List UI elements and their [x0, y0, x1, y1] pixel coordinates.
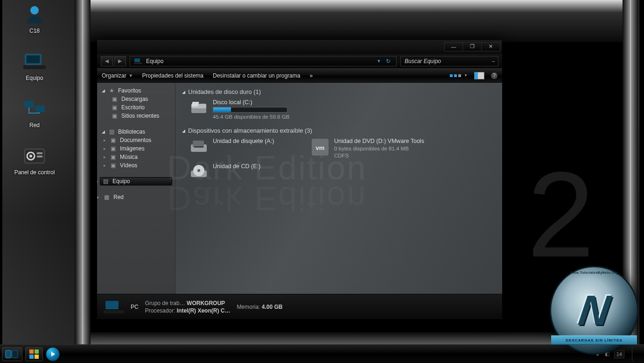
svg-rect-2 [27, 56, 40, 63]
svg-rect-30 [29, 355, 34, 359]
collapse-icon: ◢ [182, 90, 185, 94]
nav-libraries-header[interactable]: ◢▥Bibliotecas [99, 128, 173, 136]
folder-icon: ▣ [110, 104, 119, 111]
nav-item-label: Descargas [121, 96, 148, 102]
desktop-icon-computer[interactable]: Equipo [7, 50, 63, 81]
nav-item-videos[interactable]: ▸▣Vídeos [99, 161, 173, 170]
start-button[interactable] [25, 347, 43, 361]
bg-chrome-left [75, 0, 91, 344]
nav-favorites-header[interactable]: ◢★Favoritos [99, 86, 173, 95]
address-bar[interactable]: Equipo ▾ ↻ [130, 56, 397, 66]
nav-item-pictures[interactable]: ▸▣Imágenes [99, 144, 173, 153]
nav-group-label: Favoritos [118, 87, 141, 94]
nav-item-label: Equipo [112, 178, 130, 185]
drive-name: Unidad de disquete (A:) [213, 138, 274, 144]
nav-item-documents[interactable]: ▸▣Documentos [99, 136, 173, 144]
window-close-button[interactable]: ✕ [482, 42, 500, 51]
search-input[interactable]: Buscar Equipo ···· [400, 56, 498, 66]
close-icon: ✕ [489, 43, 493, 50]
cd-drive-icon [189, 163, 208, 182]
details-computer-name: PC [131, 304, 139, 310]
expand-icon: ▸ [97, 179, 98, 184]
expand-icon: ▸ [104, 155, 106, 159]
drive-floppy-a[interactable]: Unidad de disquete (A:) [189, 138, 292, 158]
window-minimize-button[interactable]: — [444, 42, 463, 51]
collapse-icon: ◢ [102, 129, 105, 134]
folder-icon: ▣ [110, 113, 119, 119]
nav-item-label: Imágenes [120, 145, 145, 152]
nav-item-network[interactable]: ▸▦Red [99, 193, 173, 201]
tray-clock[interactable]: 14 [614, 350, 624, 358]
svg-rect-27 [12, 350, 18, 358]
floppy-drive-icon [189, 138, 208, 157]
uninstall-label: Desinstalar o cambiar un programa [213, 72, 300, 79]
window-maximize-button[interactable]: ❐ [463, 42, 482, 51]
nav-forward-button[interactable]: ► [114, 56, 126, 66]
organize-menu[interactable]: Organizar▼ [102, 72, 133, 79]
window-titlebar[interactable]: — ❐ ✕ [97, 40, 502, 54]
network-icon: ▦ [102, 194, 111, 200]
drive-cd-e[interactable]: Unidad de CD (E:) [189, 163, 292, 182]
svg-rect-10 [37, 156, 42, 157]
hdd-icon [189, 99, 208, 118]
taskbar-quicklaunch-button[interactable] [2, 347, 22, 361]
breadcrumb-label: Equipo [146, 58, 163, 64]
nav-item-desktop[interactable]: ▣Escritorio [99, 103, 173, 112]
svg-text:vm: vm [316, 144, 325, 151]
svg-rect-31 [35, 355, 39, 359]
expand-icon: ▸ [97, 195, 99, 199]
drive-dvd-d[interactable]: vm Unidad de DVD (D:) VMware Tools 0 byt… [311, 138, 451, 158]
desktop-icon-user[interactable]: C18 [7, 3, 63, 34]
desktop-icon-network[interactable]: Red [7, 97, 63, 128]
details-memory-value: 4.00 GB [262, 304, 283, 310]
nav-item-label: Documentos [120, 137, 151, 143]
svg-rect-12 [134, 63, 142, 64]
section-removable-header[interactable]: ◢Dispositivos con almacenamiento extraíb… [182, 127, 496, 134]
help-button[interactable]: ? [491, 72, 497, 79]
system-properties-button[interactable]: Propiedades del sistema [142, 72, 203, 79]
details-workgroup-key: Grupo de trab… [145, 300, 185, 306]
content-area: ◢Unidades de disco duro (1) Disco local … [175, 83, 502, 294]
folder-icon: ▣ [110, 96, 119, 102]
drive-local-c[interactable]: Disco local (C:) 45.4 GB disponibles de … [189, 99, 320, 120]
desktop-icon-control-panel[interactable]: Panel de control [7, 144, 63, 176]
nav-item-label: Música [120, 154, 138, 160]
view-mode-button[interactable]: ▼ [450, 73, 468, 78]
nav-item-music[interactable]: ▸▣Música [99, 153, 173, 161]
nav-item-computer[interactable]: ▸▤Equipo [100, 177, 172, 185]
details-cpu-key: Procesador: [145, 307, 175, 314]
expand-icon: ▸ [104, 163, 106, 168]
uninstall-program-button[interactable]: Desinstalar o cambiar un programa [213, 72, 300, 79]
svg-marker-32 [51, 352, 55, 356]
svg-point-8 [29, 155, 32, 157]
nav-item-downloads[interactable]: ▣Descargas [99, 95, 173, 103]
refresh-icon[interactable]: ↻ [384, 58, 392, 64]
nav-item-label: Sitios recientes [121, 113, 159, 119]
toolbar-overflow-button[interactable]: » [309, 72, 313, 79]
nav-item-recent[interactable]: ▣Sitios recientes [99, 112, 173, 120]
svg-rect-29 [35, 349, 39, 354]
svg-rect-18 [194, 146, 203, 148]
folder-icon: ▣ [109, 145, 117, 152]
nav-back-button[interactable]: ◄ [101, 56, 113, 66]
taskbar: ▲ ◧ 14 [0, 344, 644, 363]
libraries-icon: ▥ [107, 128, 116, 135]
show-desktop-button[interactable] [632, 347, 638, 361]
section-hdd-header[interactable]: ◢Unidades de disco duro (1) [182, 88, 496, 95]
expand-icon: ▸ [104, 146, 106, 151]
network-icon [23, 97, 46, 120]
organize-label: Organizar [102, 72, 126, 79]
desktop-icon-area: C18 Equipo Red Panel de control [7, 3, 63, 176]
svg-rect-15 [191, 102, 199, 107]
preview-pane-button[interactable] [474, 72, 484, 79]
command-bar: Organizar▼ Propiedades del sistema Desin… [97, 69, 502, 83]
svg-rect-5 [35, 106, 45, 112]
address-dropdown-icon[interactable]: ▾ [378, 58, 380, 64]
media-player-button[interactable] [46, 347, 60, 361]
chevron-down-icon: ▼ [464, 73, 468, 78]
nav-item-label: Red [113, 194, 124, 200]
chevron-down-icon: ▼ [129, 73, 133, 78]
logo-ribbon-text: Descargas Sin Límites [551, 335, 637, 345]
overflow-icon: » [309, 72, 313, 79]
nav-group-label: Bibliotecas [118, 128, 145, 135]
